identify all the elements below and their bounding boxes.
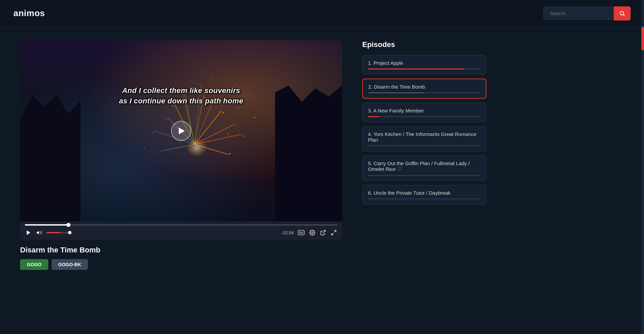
svg-line-39 [323,230,325,233]
svg-line-1 [623,14,624,15]
episode-label-6: 6. Uncle the Private Tutor / Daybreak [368,190,481,196]
episode-progress-1 [368,68,481,69]
gogo-bk-button[interactable]: GOGO-BK [52,259,88,270]
external-link-icon [320,230,326,236]
video-frame[interactable]: And I collect them like souvenirs as I c… [20,40,342,222]
episode-progress-fill-2 [368,92,424,93]
svg-rect-34 [298,230,304,235]
episode-card-6[interactable]: 6. Uncle the Private Tutor / Daybreak [362,185,486,204]
svg-line-41 [331,233,333,235]
episode-progress-2 [368,92,480,93]
play-triangle-icon [179,128,185,134]
episode-progress-fill-3 [368,116,379,117]
svg-point-38 [312,232,313,234]
building-left [20,95,80,222]
header: animos [0,0,644,27]
episodes-section: Episodes 1. Project Apple 2. Disarm the … [362,40,486,270]
logo: animos [13,8,45,18]
episode-card-1[interactable]: 1. Project Apple [362,55,486,75]
play-button-overlay[interactable] [171,121,191,141]
video-section: And I collect them like souvenirs as I c… [20,40,342,270]
play-pause-button[interactable] [25,229,32,236]
volume-button[interactable] [36,229,43,236]
subtitles-icon [298,230,305,235]
search-button[interactable] [614,6,631,20]
progress-thumb [66,223,70,227]
external-link-button[interactable] [319,229,327,236]
subtitle-text: And I collect them like souvenirs as I c… [119,86,243,106]
episode-label-4: 4. Yors Kitchen / The Informants Great R… [368,131,481,143]
fullscreen-icon [331,230,337,236]
episode-progress-5 [368,175,481,176]
volume-bar[interactable] [46,232,70,233]
episode-card-4[interactable]: 4. Yors Kitchen / The Informants Great R… [362,126,486,151]
episode-progress-fill-1 [368,68,464,69]
episode-card-3[interactable]: 3. A New Family Member [362,103,486,122]
episode-progress-3 [368,116,481,117]
video-controls: -22:54 [20,222,342,240]
building-right [275,86,342,222]
play-icon [25,230,32,236]
video-player: And I collect them like souvenirs as I c… [20,40,342,240]
gogo-button[interactable]: GOGO [20,259,48,270]
video-title: Disarm the Time Bomb [20,246,342,254]
ctrl-icons-right [297,229,337,236]
volume-icon [36,230,42,236]
episode-progress-4 [368,145,481,146]
episodes-title: Episodes [362,40,486,49]
main-content: And I collect them like souvenirs as I c… [0,27,637,283]
settings-icon [309,230,315,236]
svg-marker-32 [27,230,31,235]
scrollbar[interactable] [641,0,644,334]
progress-fill [25,224,68,226]
episode-label-1: 1. Project Apple [368,60,481,66]
episode-label-2: 2. Disarm the Time Bomb [368,84,480,90]
fullscreen-button[interactable] [330,229,337,236]
search-input[interactable] [543,7,614,20]
header-right [543,6,631,20]
episode-label-3: 3. A New Family Member [368,108,481,113]
episode-list: 1. Project Apple 2. Disarm the Time Bomb… [362,55,486,204]
controls-row: -22:54 [25,229,337,236]
progress-bar[interactable] [25,224,337,226]
episode-label-5: 5. Carry Out the Griffin Plan / Fullmeta… [368,160,481,172]
source-buttons: GOGO GOGO-BK [20,259,342,270]
episode-card-5[interactable]: 5. Carry Out the Griffin Plan / Fullmeta… [362,155,486,181]
settings-button[interactable] [309,229,316,236]
episode-card-2[interactable]: 2. Disarm the Time Bomb [362,79,486,99]
subtitles-button[interactable] [297,229,305,236]
volume-fill [46,232,60,233]
episode-progress-6 [368,198,481,199]
volume-thumb [68,231,71,234]
search-icon [619,10,625,16]
time-display: -22:54 [281,230,294,235]
svg-marker-33 [37,231,39,235]
svg-line-40 [334,230,336,232]
